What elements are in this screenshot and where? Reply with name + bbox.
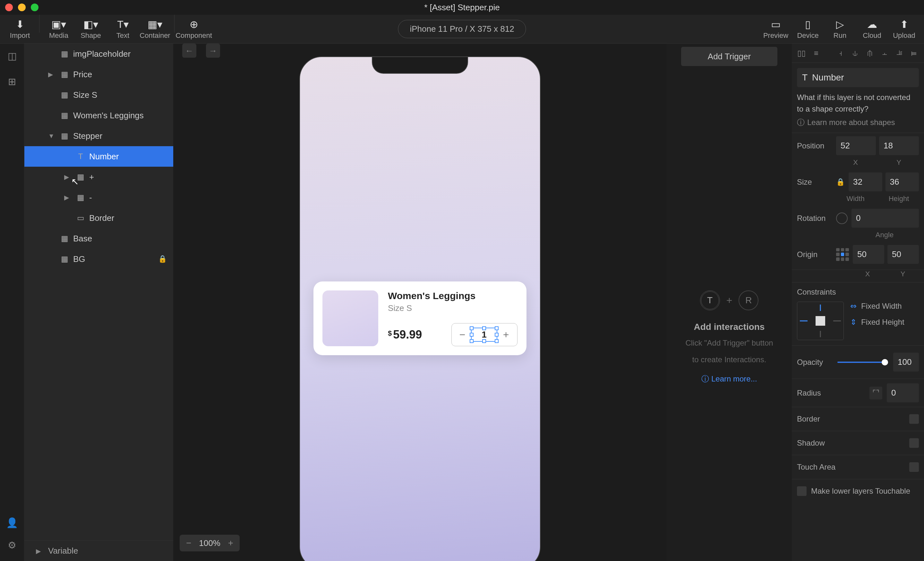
zoom-value[interactable]: 100% — [199, 538, 220, 548]
layer-label: imgPlaceholder — [73, 49, 130, 59]
add-panel-icon[interactable]: ⊞ — [6, 75, 19, 88]
device-button[interactable]: ▯Device — [792, 15, 824, 43]
add-trigger-button[interactable]: Add Trigger — [681, 47, 777, 66]
rotation-input[interactable] — [852, 209, 919, 227]
text-button[interactable]: T▾Text — [107, 15, 139, 43]
opacity-input[interactable] — [893, 353, 919, 371]
minimize-window-button[interactable] — [18, 3, 26, 11]
quantity-value[interactable]: 1 — [473, 329, 495, 340]
align-tool-3[interactable]: ⫛ — [864, 47, 876, 60]
corner-radius-icon[interactable]: ⌜⌝ — [870, 387, 882, 399]
touchable-checkbox[interactable] — [797, 486, 807, 496]
fixed-height-toggle[interactable]: ⇕Fixed Height — [850, 318, 919, 327]
layer-label: Number — [89, 152, 119, 162]
layer-row-stepper[interactable]: ▼▦Stepper — [24, 126, 173, 146]
shape-button[interactable]: ◧▾Shape — [75, 15, 107, 43]
maximize-window-button[interactable] — [31, 3, 39, 11]
layer-row-size-s[interactable]: ▦Size S — [24, 85, 173, 105]
chevron-icon[interactable]: ▶ — [48, 70, 56, 78]
chevron-icon[interactable]: ▼ — [48, 132, 56, 140]
layer-row-women-s-leggings[interactable]: ▦Women's Leggings — [24, 105, 173, 126]
layer-label: Base — [73, 234, 92, 244]
close-window-button[interactable] — [5, 3, 13, 11]
align-tool-5[interactable]: ⫡ — [893, 47, 906, 60]
align-center-icon[interactable]: ≡ — [810, 47, 823, 60]
align-tool-6[interactable]: ⫢ — [908, 47, 921, 60]
layer-row-border[interactable]: ▭Border — [24, 208, 173, 228]
layer-label: Stepper — [73, 131, 102, 141]
zoom-in-button[interactable]: + — [228, 538, 233, 548]
product-price: $ 59.99 — [388, 328, 422, 341]
layer-type-icon: ▦ — [76, 193, 86, 202]
fixed-width-toggle[interactable]: ⇔Fixed Width — [850, 302, 919, 311]
variable-label: Variable — [48, 546, 78, 556]
import-icon: ⬇ — [16, 19, 24, 30]
lock-icon[interactable]: 🔒 — [158, 255, 167, 263]
shadow-toggle[interactable] — [909, 438, 919, 448]
rotation-dial[interactable] — [836, 212, 848, 224]
lock-icon[interactable]: 🔒 — [836, 178, 845, 186]
media-icon: ▣▾ — [51, 19, 66, 30]
component-button[interactable]: ⊕Component — [178, 15, 210, 43]
layer-row-imgplaceholder[interactable]: ▦imgPlaceholder — [24, 43, 173, 64]
account-icon[interactable]: 👤 — [6, 516, 19, 529]
container-button[interactable]: ▦▾Container — [139, 15, 171, 43]
radius-label: Radius — [797, 389, 832, 398]
variable-section[interactable]: ▶ Variable — [24, 540, 173, 561]
border-toggle[interactable] — [909, 414, 919, 424]
cloud-button[interactable]: ☁Cloud — [856, 15, 888, 43]
layer-label: + — [89, 172, 94, 182]
layer-label: Size S — [73, 90, 97, 100]
selection-box — [471, 328, 497, 342]
nav-forward-button[interactable]: → — [206, 43, 220, 58]
cloud-icon: ☁ — [867, 19, 877, 30]
response-icon: R — [738, 290, 759, 310]
layer-row-price[interactable]: ▶▦Price — [24, 64, 173, 85]
canvas[interactable]: ← → Women's Leggings Size S $ 59.99 — [173, 43, 667, 561]
opacity-slider[interactable] — [837, 362, 888, 363]
chevron-icon[interactable]: ▶ — [64, 194, 72, 201]
touch-area-toggle[interactable] — [909, 462, 919, 472]
align-tool-4[interactable]: ⫠ — [879, 47, 891, 60]
layer-type-icon: ▦ — [60, 49, 69, 59]
device-selector[interactable]: iPhone 11 Pro / X 375 x 812 — [398, 20, 526, 38]
mouse-cursor-icon: ↖ — [71, 176, 79, 187]
radius-input[interactable] — [887, 383, 919, 402]
align-tool-2[interactable]: ⫝ — [849, 47, 862, 60]
position-x-input[interactable] — [836, 136, 876, 155]
zoom-out-button[interactable]: − — [186, 538, 191, 548]
learn-shapes-link[interactable]: ⓘ Learn more about shapes — [797, 117, 919, 127]
layer-row-number[interactable]: TNumber — [24, 146, 173, 167]
origin-selector[interactable] — [836, 248, 849, 261]
import-button[interactable]: ⬇Import — [4, 15, 36, 43]
origin-label: Origin — [797, 250, 832, 259]
inspector-panel: ▯▯ ≡ ⫞ ⫝ ⫛ ⫠ ⫡ ⫢ T Number What if this l… — [792, 43, 924, 561]
run-button[interactable]: ▷Run — [824, 15, 856, 43]
constraint-selector[interactable] — [797, 302, 844, 340]
layer-row--[interactable]: ▶▦- — [24, 187, 173, 208]
width-input[interactable] — [849, 172, 882, 191]
chevron-icon[interactable]: ▶ — [64, 173, 72, 181]
learn-more-link[interactable]: ⓘ Learn more... — [701, 374, 757, 384]
align-left-icon[interactable]: ▯▯ — [795, 47, 808, 60]
media-button[interactable]: ▣▾Media — [43, 15, 75, 43]
nav-back-button[interactable]: ← — [182, 43, 196, 58]
layer-row--[interactable]: ▶▦+ — [24, 167, 173, 187]
origin-y-input[interactable] — [887, 245, 919, 264]
preview-button[interactable]: ▭Preview — [760, 15, 792, 43]
layer-row-base[interactable]: ▦Base — [24, 228, 173, 249]
device-icon: ▯ — [805, 19, 811, 30]
layer-label: Price — [73, 70, 92, 79]
align-tool-1[interactable]: ⫞ — [834, 47, 847, 60]
settings-icon[interactable]: ⚙ — [6, 539, 19, 551]
currency-symbol: $ — [388, 329, 392, 338]
panel-toggle-icon[interactable]: ◫ — [6, 49, 19, 62]
layer-row-bg[interactable]: ▦BG🔒 — [24, 249, 173, 269]
upload-button[interactable]: ⬆Upload — [888, 15, 920, 43]
position-y-input[interactable] — [879, 136, 919, 155]
height-input[interactable] — [885, 172, 919, 191]
origin-x-input[interactable] — [853, 245, 884, 264]
layer-type-icon: ▦ — [60, 254, 69, 264]
run-icon: ▷ — [836, 19, 844, 30]
product-card: Women's Leggings Size S $ 59.99 − 1 — [314, 281, 526, 355]
